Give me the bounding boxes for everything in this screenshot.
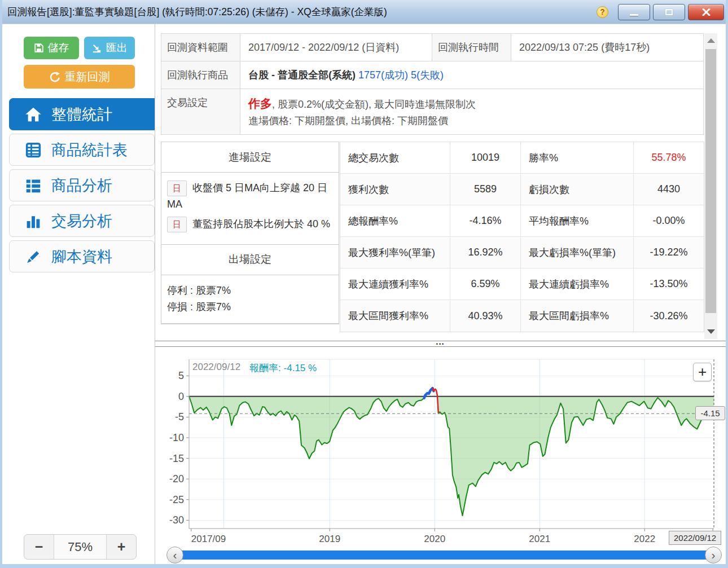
stat-label: 總交易次數 — [340, 142, 450, 173]
entry-settings-header: 進場設定 — [161, 142, 339, 173]
app-window: 回測報告[選股]:董監事實驗題[台股] (執行時間:07:25:26) (未儲存… — [0, 0, 728, 568]
export-icon — [91, 43, 102, 54]
stat-label: 最大虧損率%(單筆) — [521, 237, 634, 268]
backtest-symbols: 台股 - 普通股全部(系統) 1757(成功) 5(失敗) — [240, 61, 703, 89]
table-row: 最大連續獲利率% 6.59% 最大連續虧損率% -13.50% — [340, 268, 704, 300]
stat-value: -4.16% — [450, 205, 521, 236]
svg-text:-10: -10 — [169, 432, 184, 443]
stat-value: 5589 — [450, 174, 521, 205]
nav-label: 商品統計表 — [51, 140, 128, 160]
chart-scrollbar: ‹ › — [163, 547, 725, 563]
stat-value: -30.26% — [634, 300, 704, 332]
svg-text:-25: -25 — [169, 494, 184, 505]
nav-label: 交易分析 — [51, 211, 112, 231]
triangle-up-icon — [707, 38, 715, 43]
maximize-button[interactable] — [653, 4, 685, 20]
svg-text:2017/09: 2017/09 — [191, 534, 226, 544]
daily-badge: 日 — [167, 217, 187, 232]
chart-scrollbar-track[interactable] — [180, 551, 708, 560]
rerun-backtest-button[interactable]: 重新回測 — [24, 65, 135, 89]
window-title: 回測報告[選股]:董監事實驗題[台股] (執行時間:07:25:26) (未儲存… — [2, 5, 590, 19]
info-label: 回測執行商品 — [161, 61, 240, 89]
trade-settings-line2: 進場價格: 下期開盤價, 出場價格: 下期開盤價 — [248, 114, 695, 127]
stat-value: 10019 — [450, 142, 521, 173]
stat-label: 虧損次數 — [521, 174, 634, 205]
svg-text:2020: 2020 — [424, 534, 445, 544]
title-bar: 回測報告[選股]:董監事實驗題[台股] (執行時間:07:25:26) (未儲存… — [2, 0, 726, 24]
direction-long-label: 作多 — [248, 97, 272, 110]
close-button[interactable] — [688, 4, 724, 20]
save-button[interactable]: 儲存 — [24, 37, 79, 59]
success-fail-count-link[interactable]: 1757(成功) 5(失敗) — [358, 69, 444, 81]
save-icon — [34, 43, 44, 53]
info-row-range: 回測資料範圍 2017/09/12 - 2022/09/12 (日資料) 回測執… — [161, 34, 703, 61]
stat-label: 最大連續虧損率% — [521, 268, 634, 300]
backtest-data-range: 2017/09/12 - 2022/09/12 (日資料) — [240, 34, 432, 61]
stat-value: -19.22% — [634, 237, 704, 268]
chevron-left-icon: ‹ — [173, 548, 177, 562]
stat-value: 40.93% — [450, 300, 521, 332]
scroll-left-button[interactable]: ‹ — [166, 547, 183, 563]
strategy-settings-card: 進場設定 日收盤價 5 日MA向上穿越 20 日MA 日董監持股佔股本比例大於 … — [161, 142, 339, 324]
zoom-in-button[interactable]: + — [107, 535, 136, 559]
backtest-info-table: 回測資料範圍 2017/09/12 - 2022/09/12 (日資料) 回測執… — [161, 33, 704, 135]
chart-canvas: 50-5-10-15-20-25-302017/0920192020202120… — [163, 350, 725, 544]
pencil-icon — [24, 249, 43, 265]
vertical-scrollbar[interactable] — [704, 33, 717, 339]
nav-item-symbol-stats-table[interactable]: 商品統計表 — [9, 134, 155, 166]
main-panel: 回測資料範圍 2017/09/12 - 2022/09/12 (日資料) 回測執… — [155, 24, 726, 564]
svg-text:-20: -20 — [169, 473, 184, 485]
svg-text:-5: -5 — [175, 411, 184, 422]
scroll-up-button[interactable] — [704, 34, 717, 47]
scroll-right-button[interactable]: › — [705, 547, 722, 563]
chart-scrollbar-thumb[interactable] — [180, 551, 708, 560]
help-button[interactable]: ? — [597, 6, 608, 18]
stat-label: 總報酬率% — [340, 205, 450, 236]
stat-label: 最大區間虧損率% — [521, 300, 634, 332]
svg-text:-30: -30 — [169, 514, 184, 526]
info-label: 交易設定 — [161, 89, 240, 134]
stat-label: 獲利次數 — [340, 174, 450, 205]
export-button[interactable]: 匯出 — [84, 37, 135, 59]
panel-splitter[interactable]: ••• — [155, 341, 726, 347]
nav-item-symbol-analysis[interactable]: 商品分析 — [9, 169, 155, 201]
svg-text:2021: 2021 — [529, 534, 550, 544]
crosshair-value-badge: -4.15 — [695, 406, 725, 420]
stat-value: 4430 — [634, 174, 704, 205]
export-label: 匯出 — [106, 41, 128, 55]
minimize-icon — [630, 14, 638, 16]
app-body: 儲存 匯出 重新回測 整體統計 商品統計表 — [2, 24, 726, 564]
table-row: 最大區間獲利率% 40.93% 最大區間虧損率% -30.26% — [340, 300, 704, 332]
scroll-down-button[interactable] — [704, 325, 717, 338]
info-row-trade-settings: 交易設定 作多, 股票0.2%(成交金額), 最大同時進場無限制次 進場價格: … — [161, 89, 703, 134]
chevron-right-icon: › — [712, 548, 716, 562]
minimize-button[interactable] — [618, 4, 650, 20]
stat-value: 16.92% — [450, 237, 521, 268]
svg-text:0: 0 — [178, 391, 184, 402]
table-row: 總報酬率% -4.16% 平均報酬率% -0.00% — [340, 205, 704, 237]
zoom-out-button[interactable]: − — [24, 535, 54, 559]
save-label: 儲存 — [48, 41, 69, 55]
nav-item-trade-analysis[interactable]: 交易分析 — [9, 205, 155, 237]
table-row: 最大獲利率%(單筆) 16.92% 最大虧損率%(單筆) -19.22% — [340, 237, 704, 268]
svg-text:2019: 2019 — [319, 534, 340, 544]
take-profit-rule: 停利 : 股票7% — [167, 283, 333, 299]
chart-zoom-in-button[interactable]: + — [693, 363, 712, 381]
ui-zoom-control: − 75% + — [24, 534, 137, 560]
close-icon — [702, 8, 711, 16]
stat-label: 勝率% — [521, 142, 634, 173]
entry-rules: 日收盤價 5 日MA向上穿越 20 日MA 日董監持股佔股本比例大於 40 % — [161, 173, 339, 245]
exit-settings-header: 出場設定 — [161, 245, 339, 275]
return-rate-chart[interactable]: 50-5-10-15-20-25-302017/0920192020202120… — [163, 350, 725, 563]
exit-rules: 停利 : 股票7% 停損 : 股票7% — [161, 275, 339, 324]
rerun-label: 重新回測 — [65, 69, 110, 85]
daily-badge: 日 — [167, 180, 187, 196]
stat-value: -0.00% — [634, 205, 704, 236]
vertical-scrollbar-thumb[interactable] — [705, 49, 716, 313]
table-row: 總交易次數 10019 勝率% 55.78% — [340, 142, 704, 174]
nav-label: 腳本資料 — [51, 246, 112, 267]
table-row: 獲利次數 5589 虧損次數 4430 — [340, 174, 704, 205]
nav-item-overall-stats[interactable]: 整體統計 — [9, 98, 155, 130]
trade-settings: 作多, 股票0.2%(成交金額), 最大同時進場無限制次 進場價格: 下期開盤價… — [240, 89, 703, 134]
nav-item-script-data[interactable]: 腳本資料 — [9, 240, 155, 272]
